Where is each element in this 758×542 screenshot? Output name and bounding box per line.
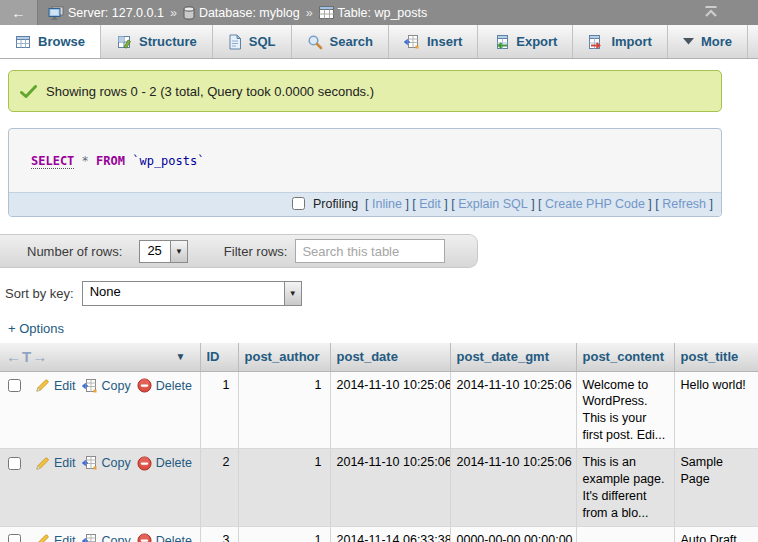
row-checkbox[interactable] [8,534,21,542]
sql-query-box: SELECT * FROM `wp_posts` Profiling [ Inl… [8,128,722,217]
cell-post-title: Auto Draft [674,526,758,542]
pencil-icon [35,533,50,542]
number-of-rows-select[interactable]: 25 ▼ [139,240,187,263]
copy-row-link[interactable]: Copy [82,533,131,542]
sort-by-key-select[interactable]: None ▼ [82,281,302,306]
filter-rows-label: Filter rows: [224,244,288,259]
breadcrumb-bar: ← Server: 127.0.0.1 » Database: myblog »… [0,0,758,25]
query-toolbar: Profiling [ Inline ] [ Edit ] [ Explain … [9,192,721,216]
header-post-content[interactable]: post_content [576,343,674,371]
profiling-label: Profiling [313,197,358,211]
cell-post-date-gmt: 2014-11-10 10:25:06 [450,449,576,527]
export-icon [493,34,509,50]
tab-sql[interactable]: SQL [213,25,292,58]
browse-icon [15,34,31,50]
sql-icon [228,34,242,50]
row-checkbox[interactable] [8,379,21,392]
structure-icon [116,34,132,50]
dropdown-arrow-icon: ▼ [170,241,187,262]
tab-export[interactable]: Export [478,25,573,58]
profiling-checkbox[interactable] [292,197,305,210]
header-post-title[interactable]: post_title [674,343,758,371]
header-post-date-gmt[interactable]: post_date_gmt [450,343,576,371]
cell-id: 3 [200,526,238,542]
cell-post-author: 1 [238,449,330,527]
table-row: Edit Copy Delete 2 1 2014-11-10 10:25:06… [0,449,758,527]
breadcrumb-server[interactable]: Server: 127.0.0.1 [68,6,164,20]
delete-icon [137,456,152,471]
number-of-rows-label: Number of rows: [27,244,122,259]
dropdown-arrow-icon: ▼ [284,282,301,305]
delete-icon [137,533,152,542]
delete-row-link[interactable]: Delete [137,533,192,542]
copy-row-link[interactable]: Copy [82,378,131,395]
create-php-code-link[interactable]: Create PHP Code [545,197,645,211]
nav-panel-toggle[interactable]: ← [0,0,38,25]
cell-post-content: This is an example page. It's different … [576,449,674,527]
status-message: Showing rows 0 - 2 (3 total, Query took … [8,70,722,112]
collapse-panel-icon[interactable] [703,6,719,20]
tab-search[interactable]: Search [292,25,389,58]
chevron-down-icon [683,38,694,45]
copy-icon [82,378,98,394]
cell-id: 2 [200,449,238,527]
copy-icon [82,455,98,471]
status-message-text: Showing rows 0 - 2 (3 total, Query took … [46,84,374,99]
delete-row-link[interactable]: Delete [137,378,192,395]
table-icon [319,6,334,19]
header-post-author[interactable]: post_author [238,343,330,371]
cell-post-date-gmt: 2014-11-10 10:25:06 [450,371,576,449]
inline-link[interactable]: Inline [372,197,402,211]
success-check-icon [20,85,37,98]
edit-row-link[interactable]: Edit [35,455,76,472]
tab-structure[interactable]: Structure [101,25,213,58]
delete-row-link[interactable]: Delete [137,455,192,472]
tab-insert[interactable]: Insert [389,25,478,58]
table-header-row: ←T→ ▼ ID post_author post_date post_date… [0,343,758,371]
cell-post-date: 2014-11-14 06:33:38 [330,526,450,542]
tab-bar: Browse Structure SQL Search Insert Expor… [0,25,758,59]
sql-keyword-select[interactable]: SELECT [31,154,74,169]
server-icon [48,6,64,20]
cell-post-date-gmt: 0000-00-00 00:00:00 [450,526,576,542]
database-icon [183,6,195,20]
edit-row-link[interactable]: Edit [35,533,76,542]
tab-browse[interactable]: Browse [0,25,101,58]
copy-icon [82,533,98,542]
transpose-control[interactable]: ←T→ [6,348,48,365]
cell-post-date: 2014-11-10 10:25:06 [330,371,450,449]
explain-sql-link[interactable]: Explain SQL [458,197,527,211]
cell-post-author: 1 [238,371,330,449]
tab-import[interactable]: Import [573,25,667,58]
left-arrow-icon: ← [12,5,26,21]
sort-by-key-label: Sort by key: [5,286,74,301]
row-checkbox[interactable] [8,457,21,470]
tab-more[interactable]: More [668,25,748,58]
delete-icon [137,378,152,393]
cell-post-title: Sample Page [674,449,758,527]
pencil-icon [35,378,50,393]
breadcrumb-separator: » [306,6,313,20]
options-toggle-link[interactable]: + Options [8,321,64,336]
search-icon [307,34,323,50]
cell-post-date: 2014-11-10 10:25:06 [330,449,450,527]
header-post-date[interactable]: post_date [330,343,450,371]
header-actions[interactable]: ←T→ ▼ [0,343,200,371]
refresh-link[interactable]: Refresh [662,197,706,211]
breadcrumb-separator: » [170,6,177,20]
copy-row-link[interactable]: Copy [82,455,131,472]
results-controls-bar: Number of rows: 25 ▼ Filter rows: [0,234,478,268]
table-row: Edit Copy Delete 1 1 2014-11-10 10:25:06… [0,371,758,449]
cell-post-content: Welcome to WordPress. This is your first… [576,371,674,449]
cell-post-author: 1 [238,526,330,542]
edit-row-link[interactable]: Edit [35,378,76,395]
header-dropdown-icon[interactable]: ▼ [176,351,186,362]
header-id[interactable]: ID [200,343,238,371]
breadcrumb-table[interactable]: Table: wp_posts [338,6,428,20]
cell-post-content [576,526,674,542]
import-icon [588,34,604,50]
pencil-icon [35,456,50,471]
breadcrumb-database[interactable]: Database: myblog [199,6,300,20]
edit-query-link[interactable]: Edit [419,197,441,211]
filter-rows-input[interactable] [295,239,445,263]
